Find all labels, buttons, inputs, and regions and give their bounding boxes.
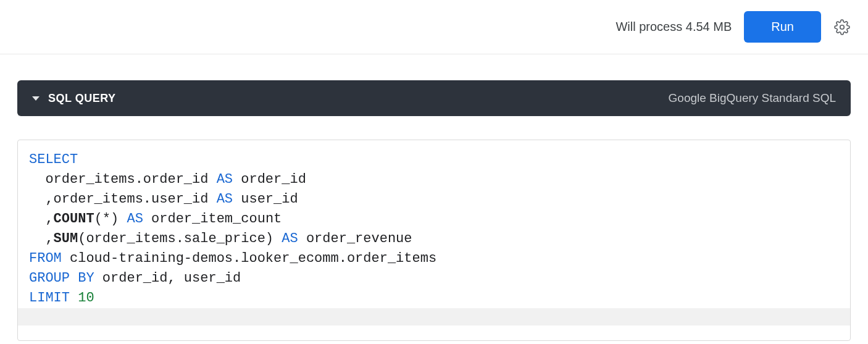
svg-point-0 [840, 25, 845, 29]
section-title: SQL QUERY [48, 92, 116, 105]
sql-token: order_id [233, 172, 306, 187]
sql-token: LIMIT [29, 290, 70, 306]
gear-icon[interactable] [833, 19, 851, 36]
sql-section-header[interactable]: SQL QUERY Google BigQuery Standard SQL [17, 80, 851, 116]
sql-token: AS [127, 211, 143, 227]
sql-token: GROUP BY [29, 271, 94, 286]
top-bar: Will process 4.54 MB Run [0, 0, 868, 54]
sql-code[interactable]: SELECT order_items.order_id AS order_id … [29, 150, 839, 308]
sql-token: order_id, user_id [94, 271, 241, 286]
sql-dialect-label: Google BigQuery Standard SQL [669, 91, 836, 105]
sql-token: SELECT [29, 152, 78, 167]
sql-token: AS [282, 231, 298, 246]
sql-token: order_item_count [143, 211, 282, 227]
sql-token: 10 [78, 290, 94, 306]
process-status: Will process 4.54 MB [616, 20, 732, 34]
sql-token: ,order_items.user_id [29, 191, 217, 207]
sql-token [70, 290, 78, 306]
sql-token: order_items.order_id [29, 172, 217, 187]
sql-token: FROM [29, 251, 62, 266]
sql-editor[interactable]: SELECT order_items.order_id AS order_id … [17, 140, 851, 341]
editor-current-line [18, 308, 850, 325]
sql-token: , [29, 231, 54, 246]
sql-token: COUNT [54, 211, 94, 227]
sql-token: AS [217, 191, 233, 207]
sql-token: (*) [94, 211, 127, 227]
run-button[interactable]: Run [744, 11, 821, 43]
content-area: SQL QUERY Google BigQuery Standard SQL S… [0, 54, 868, 341]
sql-token: user_id [233, 191, 298, 207]
sql-token: (order_items.sale_price) [78, 231, 282, 246]
sql-token: SUM [54, 231, 78, 246]
sql-token: , [29, 211, 54, 227]
sql-token: AS [217, 172, 233, 187]
editor-trailing-space [29, 325, 839, 340]
caret-down-icon [32, 96, 40, 101]
sql-token: order_revenue [298, 231, 412, 246]
sql-token: cloud-training-demos.looker_ecomm.order_… [62, 251, 436, 266]
section-header-left: SQL QUERY [32, 92, 116, 105]
